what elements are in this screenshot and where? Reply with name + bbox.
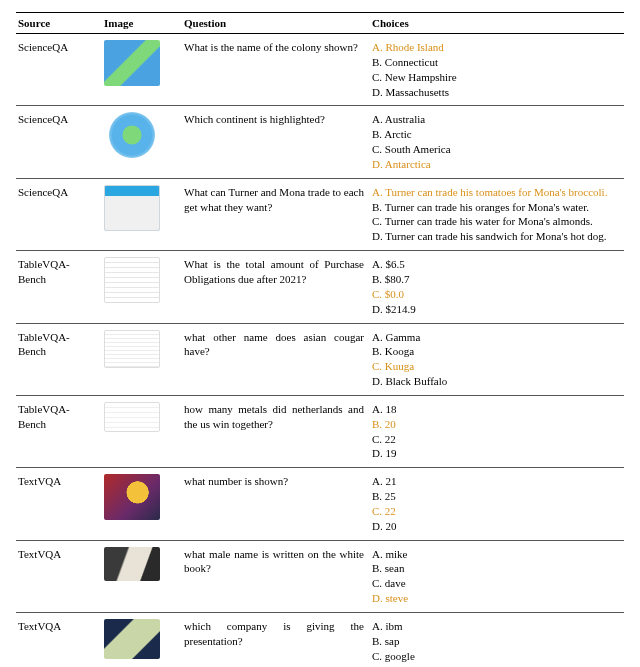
image-cell bbox=[102, 468, 182, 540]
question-cell: What is the total amount of Purchase Obl… bbox=[182, 251, 370, 323]
image-cell bbox=[102, 106, 182, 178]
choices-cell: A. 18B. 20C. 22D. 19 bbox=[370, 395, 624, 467]
source-cell: TextVQA bbox=[16, 540, 102, 612]
choice: A. ibm bbox=[372, 619, 618, 634]
choice: A. 18 bbox=[372, 402, 618, 417]
choice: C. google bbox=[372, 649, 618, 664]
choice: B. Connecticut bbox=[372, 55, 618, 70]
choice-correct: C. Kuuga bbox=[372, 359, 618, 374]
choice: D. 20 bbox=[372, 519, 618, 534]
choice: B. Arctic bbox=[372, 127, 618, 142]
choice: B. Turner can trade his oranges for Mona… bbox=[372, 200, 618, 215]
source-cell: TableVQA-Bench bbox=[16, 323, 102, 395]
choices-cell: A. $6.5B. $80.7C. $0.0D. $214.9 bbox=[370, 251, 624, 323]
examples-table: Source Image Question Choices ScienceQAW… bbox=[16, 12, 624, 667]
source-cell: TextVQA bbox=[16, 613, 102, 668]
question-cell: What can Turner and Mona trade to each g… bbox=[182, 178, 370, 250]
choices-cell: A. mikeB. seanC. daveD. steve bbox=[370, 540, 624, 612]
image-cell bbox=[102, 323, 182, 395]
source-cell: TextVQA bbox=[16, 468, 102, 540]
choice-correct: D. Antarctica bbox=[372, 157, 618, 172]
choice: A. 21 bbox=[372, 474, 618, 489]
choice: B. sap bbox=[372, 634, 618, 649]
choice: C. dave bbox=[372, 576, 618, 591]
choice: B. $80.7 bbox=[372, 272, 618, 287]
choice-correct: D. oracle bbox=[372, 664, 618, 667]
finance-table-thumbnail bbox=[104, 257, 160, 303]
question-cell: which company is giving the presentation… bbox=[182, 613, 370, 668]
source-cell: TableVQA-Bench bbox=[16, 395, 102, 467]
question-cell: Which continent is highlighted? bbox=[182, 106, 370, 178]
choice: D. 19 bbox=[372, 446, 618, 461]
table-row: TableVQA-Benchhow many metals did nether… bbox=[16, 395, 624, 467]
choice: A. $6.5 bbox=[372, 257, 618, 272]
table-row: TextVQAwhat number is shown?A. 21B. 25C.… bbox=[16, 468, 624, 540]
source-cell: ScienceQA bbox=[16, 34, 102, 106]
question-cell: what other name does asian cougar have? bbox=[182, 323, 370, 395]
image-cell bbox=[102, 178, 182, 250]
choices-cell: A. 21B. 25C. 22D. 20 bbox=[370, 468, 624, 540]
question-cell: how many metals did netherlands and the … bbox=[182, 395, 370, 467]
choice: D. Massachusetts bbox=[372, 85, 618, 100]
choice: B. Kooga bbox=[372, 344, 618, 359]
table-row: ScienceQAWhat can Turner and Mona trade … bbox=[16, 178, 624, 250]
source-cell: ScienceQA bbox=[16, 106, 102, 178]
question-cell: what number is shown? bbox=[182, 468, 370, 540]
choice: A. Australia bbox=[372, 112, 618, 127]
presentation-photo-thumbnail bbox=[104, 619, 160, 659]
question-cell: What is the name of the colony shown? bbox=[182, 34, 370, 106]
trade-table-thumbnail bbox=[104, 185, 160, 231]
choices-cell: A. Rhode IslandB. ConnecticutC. New Hamp… bbox=[370, 34, 624, 106]
choice-correct: C. $0.0 bbox=[372, 287, 618, 302]
image-cell bbox=[102, 613, 182, 668]
source-cell: TableVQA-Bench bbox=[16, 251, 102, 323]
choice: A. Gamma bbox=[372, 330, 618, 345]
col-header-image: Image bbox=[102, 13, 182, 34]
choice-correct: D. steve bbox=[372, 591, 618, 606]
choice: B. 25 bbox=[372, 489, 618, 504]
choice: C. Turner can trade his water for Mona's… bbox=[372, 214, 618, 229]
question-cell: what male name is written on the white b… bbox=[182, 540, 370, 612]
choice: C. South America bbox=[372, 142, 618, 157]
wiki-table-thumbnail bbox=[104, 330, 160, 368]
choices-cell: A. AustraliaB. ArcticC. South AmericaD. … bbox=[370, 106, 624, 178]
image-cell bbox=[102, 34, 182, 106]
choice-correct: A. Rhode Island bbox=[372, 40, 618, 55]
table-row: TextVQAwhich company is giving the prese… bbox=[16, 613, 624, 668]
choice: C. New Hampshire bbox=[372, 70, 618, 85]
col-header-source: Source bbox=[16, 13, 102, 34]
choice: D. Black Buffalo bbox=[372, 374, 618, 389]
choice: A. mike bbox=[372, 547, 618, 562]
globe-thumbnail bbox=[109, 112, 155, 158]
choice: D. $214.9 bbox=[372, 302, 618, 317]
choice: D. Turner can trade his sandwich for Mon… bbox=[372, 229, 618, 244]
choice-correct: B. 20 bbox=[372, 417, 618, 432]
table-row: TableVQA-BenchWhat is the total amount o… bbox=[16, 251, 624, 323]
choice: B. sean bbox=[372, 561, 618, 576]
image-cell bbox=[102, 395, 182, 467]
choice-correct: C. 22 bbox=[372, 504, 618, 519]
medals-table-thumbnail bbox=[104, 402, 160, 432]
image-cell bbox=[102, 251, 182, 323]
choice-correct: A. Turner can trade his tomatoes for Mon… bbox=[372, 185, 618, 200]
book-photo-thumbnail bbox=[104, 547, 160, 581]
map-thumbnail bbox=[104, 40, 160, 86]
table-row: TextVQAwhat male name is written on the … bbox=[16, 540, 624, 612]
table-row: ScienceQAWhat is the name of the colony … bbox=[16, 34, 624, 106]
choice: C. 22 bbox=[372, 432, 618, 447]
table-row: TableVQA-Benchwhat other name does asian… bbox=[16, 323, 624, 395]
choices-cell: A. GammaB. KoogaC. KuugaD. Black Buffalo bbox=[370, 323, 624, 395]
choices-cell: A. ibmB. sapC. googleD. oracle bbox=[370, 613, 624, 668]
choices-cell: A. Turner can trade his tomatoes for Mon… bbox=[370, 178, 624, 250]
table-row: ScienceQAWhich continent is highlighted?… bbox=[16, 106, 624, 178]
image-cell bbox=[102, 540, 182, 612]
source-cell: ScienceQA bbox=[16, 178, 102, 250]
table-header-row: Source Image Question Choices bbox=[16, 13, 624, 34]
col-header-question: Question bbox=[182, 13, 370, 34]
street-photo-thumbnail bbox=[104, 474, 160, 520]
col-header-choices: Choices bbox=[370, 13, 624, 34]
